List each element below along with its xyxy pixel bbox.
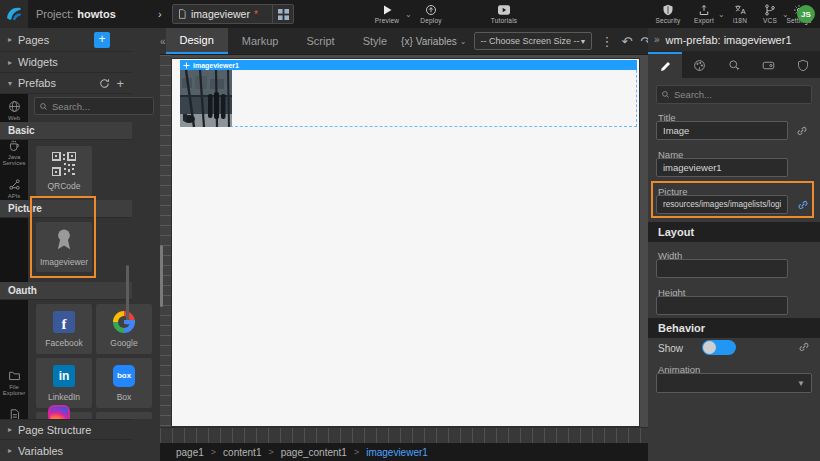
- properties-panel-header: » wm-prefab: imageviewer1: [648, 28, 820, 52]
- selected-widget-header[interactable]: imageviewer1: [180, 60, 637, 70]
- palette-icon: [693, 59, 706, 72]
- prefab-tile-qrcode[interactable]: QRCode: [36, 146, 92, 196]
- tab-style[interactable]: Style: [349, 28, 401, 54]
- add-page-button[interactable]: +: [94, 32, 110, 48]
- page-tab-name: imageviewer: [191, 8, 250, 20]
- tab-security[interactable]: [786, 52, 820, 78]
- more-options-icon[interactable]: ⋮: [600, 34, 613, 49]
- expand-panel-icon[interactable]: »: [654, 34, 660, 45]
- tile-label: Imageviewer: [40, 257, 88, 267]
- prefab-search[interactable]: [34, 97, 154, 115]
- breadcrumb-item-content1[interactable]: content1: [223, 447, 261, 458]
- tile-label: QRCode: [47, 181, 80, 191]
- project-prefix: Project:: [36, 8, 73, 20]
- user-avatar[interactable]: JS: [797, 5, 815, 23]
- security-button[interactable]: Security: [650, 0, 686, 28]
- caret-down-icon: ⌄: [460, 37, 467, 46]
- bind-picture-icon[interactable]: [797, 199, 809, 211]
- tab-script[interactable]: Script: [293, 28, 349, 54]
- variables-section[interactable]: ▸ Variables: [0, 440, 132, 461]
- tile-label: Box: [117, 392, 132, 402]
- api-nodes-icon: [8, 178, 21, 191]
- undo-icon[interactable]: ↶: [621, 34, 632, 49]
- prefabs-section-header[interactable]: ▾ Prefabs +: [0, 73, 132, 94]
- prefabs-section-label: Prefabs: [18, 77, 56, 89]
- name-input[interactable]: [656, 158, 788, 177]
- breadcrumb-item-page1[interactable]: page1: [176, 447, 204, 458]
- widget-breadcrumb-bar: page1 > content1 > page_content1 > image…: [160, 443, 648, 461]
- explorer-scrollbar[interactable]: [126, 265, 129, 325]
- preview-caret-icon[interactable]: ⌄: [405, 10, 412, 19]
- picture-input[interactable]: [656, 195, 788, 214]
- title-input[interactable]: [656, 121, 788, 140]
- properties-search[interactable]: [656, 85, 812, 104]
- rail-item-file-explorer[interactable]: File Explorer: [0, 363, 28, 402]
- caret-down-icon: ▼: [580, 38, 587, 45]
- breadcrumb-item-imageviewer1[interactable]: imageviewer1: [366, 447, 428, 458]
- collapse-arrow-icon: ▾: [8, 79, 12, 88]
- vcs-button[interactable]: VCS: [757, 0, 783, 28]
- login-bg-image: [180, 70, 232, 127]
- expand-arrow-icon: ▸: [8, 425, 12, 434]
- bind-show-icon[interactable]: [798, 341, 810, 353]
- tab-events[interactable]: [717, 52, 751, 78]
- prefab-tile-facebook[interactable]: f Facebook: [36, 304, 92, 354]
- page-switcher-grid-icon[interactable]: [272, 5, 289, 23]
- canvas-scrollbar[interactable]: [160, 245, 163, 307]
- inspect-icon: [728, 59, 741, 72]
- bind-title-icon[interactable]: [796, 125, 808, 137]
- height-input[interactable]: [656, 296, 788, 315]
- tile-label: Facebook: [45, 338, 82, 348]
- breadcrumb-item-page-content1[interactable]: page_content1: [281, 447, 347, 458]
- tab-device[interactable]: [751, 52, 785, 78]
- show-toggle[interactable]: [702, 340, 736, 355]
- prefab-tile-google[interactable]: Google: [96, 304, 152, 354]
- export-button[interactable]: Export: [688, 0, 720, 28]
- search-icon: [39, 102, 48, 111]
- behavior-section-header[interactable]: Behavior: [648, 318, 820, 338]
- width-input[interactable]: [656, 259, 788, 278]
- expand-arrow-icon: ▸: [8, 446, 12, 455]
- variables-dropdown[interactable]: {x} Variables ⌄: [401, 36, 466, 47]
- folder-icon: [8, 369, 21, 382]
- prefab-tile-linkedin[interactable]: in LinkedIn: [36, 358, 92, 408]
- export-label: Export: [694, 17, 714, 24]
- animation-select[interactable]: ▼: [656, 373, 812, 393]
- vcs-label: VCS: [763, 17, 777, 24]
- add-prefab-icon[interactable]: +: [116, 76, 124, 91]
- widgets-section-header[interactable]: ▸ Widgets: [0, 52, 132, 73]
- open-page-tab[interactable]: imageviewer *: [172, 4, 294, 24]
- tab-properties[interactable]: [648, 52, 682, 78]
- play-icon: [381, 4, 393, 16]
- imageviewer-thumbnail[interactable]: [180, 70, 232, 127]
- refresh-prefabs-icon[interactable]: [99, 78, 110, 89]
- qrcode-icon: [52, 152, 76, 176]
- show-field-label: Show: [658, 343, 683, 354]
- preview-label: Preview: [375, 17, 400, 24]
- tutorials-button[interactable]: Tutorials: [483, 0, 525, 28]
- preview-button[interactable]: Preview: [370, 0, 404, 28]
- i18n-button[interactable]: A i18N: [724, 0, 756, 28]
- prefab-tile[interactable]: [96, 412, 152, 419]
- tab-styles[interactable]: [682, 52, 716, 78]
- shield-icon: [662, 4, 674, 16]
- page-structure-label: Page Structure: [18, 424, 91, 436]
- prefab-tile-box[interactable]: box Box: [96, 358, 152, 408]
- deploy-button[interactable]: Deploy: [413, 0, 449, 28]
- wavemaker-logo[interactable]: [0, 0, 28, 28]
- facebook-icon: f: [53, 311, 75, 333]
- layout-section-header[interactable]: Layout: [648, 222, 820, 242]
- page-structure-section[interactable]: ▸ Page Structure: [0, 419, 132, 440]
- pages-section-header[interactable]: ▸ Pages +: [0, 28, 132, 52]
- screen-size-select[interactable]: -- Choose Screen Size -- ▼: [474, 32, 592, 50]
- project-name: howtos: [77, 8, 116, 20]
- group-header-picture: Picture: [0, 200, 132, 218]
- wavemaker-logo-icon: [5, 5, 23, 23]
- instagram-icon: [48, 405, 70, 419]
- prefab-search-input[interactable]: [52, 101, 149, 112]
- tab-markup[interactable]: Markup: [228, 28, 293, 54]
- prefab-tile-imageviewer[interactable]: Imageviewer: [36, 222, 92, 272]
- tile-label: LinkedIn: [48, 392, 80, 402]
- properties-search-input[interactable]: [674, 89, 807, 100]
- tab-design[interactable]: Design: [166, 28, 228, 54]
